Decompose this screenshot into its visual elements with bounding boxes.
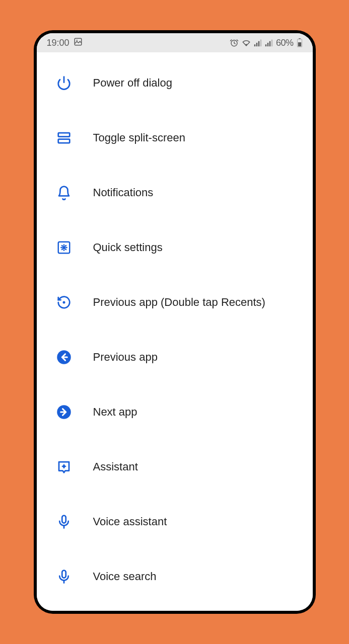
menu-label: Voice search bbox=[93, 570, 157, 583]
menu-item-previous-app-double[interactable]: Previous app (Double tap Recents) bbox=[37, 275, 313, 330]
split-screen-icon bbox=[55, 129, 73, 147]
menu-label: Assistant bbox=[93, 460, 138, 473]
mic-icon bbox=[55, 568, 73, 586]
menu-label: Previous app bbox=[93, 351, 158, 364]
settings-box-icon bbox=[55, 238, 73, 257]
svg-point-20 bbox=[62, 301, 65, 303]
menu-item-next-app[interactable]: Next app bbox=[37, 384, 313, 439]
arrow-right-circle-icon bbox=[55, 403, 73, 421]
status-bar: 19:00 bbox=[37, 33, 313, 52]
status-left: 19:00 bbox=[47, 37, 83, 49]
svg-rect-7 bbox=[260, 40, 261, 47]
menu-label: Toggle split-screen bbox=[93, 131, 185, 144]
menu-list: Power off dialog Toggle split-screen bbox=[37, 52, 313, 604]
menu-label: Next app bbox=[93, 406, 137, 419]
svg-rect-8 bbox=[265, 44, 266, 46]
menu-item-split-screen[interactable]: Toggle split-screen bbox=[37, 110, 313, 165]
mic-icon bbox=[55, 513, 73, 531]
svg-rect-16 bbox=[58, 133, 69, 137]
svg-rect-9 bbox=[267, 43, 268, 46]
restore-icon bbox=[55, 293, 73, 311]
svg-rect-11 bbox=[271, 40, 272, 47]
svg-rect-6 bbox=[258, 41, 259, 46]
svg-point-1 bbox=[76, 39, 77, 40]
menu-item-previous-app[interactable]: Previous app bbox=[37, 330, 313, 384]
power-icon bbox=[55, 74, 73, 92]
menu-item-quick-settings[interactable]: Quick settings bbox=[37, 220, 313, 275]
svg-rect-5 bbox=[256, 43, 257, 46]
content-area: Power off dialog Toggle split-screen bbox=[37, 52, 313, 611]
menu-item-assistant[interactable]: Assistant bbox=[37, 439, 313, 494]
assistant-icon bbox=[55, 458, 73, 476]
menu-label: Power off dialog bbox=[93, 76, 172, 90]
menu-label: Previous app (Double tap Recents) bbox=[93, 296, 265, 309]
menu-label: Voice assistant bbox=[93, 515, 167, 528]
phone-frame: 19:00 bbox=[34, 30, 316, 614]
menu-item-voice-assistant[interactable]: Voice assistant bbox=[37, 494, 313, 549]
svg-rect-25 bbox=[62, 570, 66, 578]
picture-icon bbox=[74, 37, 83, 49]
svg-rect-17 bbox=[58, 139, 69, 143]
phone-screen: 19:00 bbox=[37, 33, 313, 611]
menu-label: Notifications bbox=[93, 186, 154, 199]
menu-item-power-off[interactable]: Power off dialog bbox=[37, 55, 313, 110]
signal-icon-2 bbox=[265, 39, 273, 47]
menu-label: Quick settings bbox=[93, 241, 163, 254]
bell-icon bbox=[55, 184, 73, 202]
wifi-icon bbox=[242, 39, 251, 47]
battery-icon bbox=[297, 38, 303, 47]
battery-percentage: 60% bbox=[276, 38, 294, 48]
svg-point-19 bbox=[62, 246, 65, 249]
svg-rect-23 bbox=[62, 515, 66, 523]
arrow-left-circle-icon bbox=[55, 348, 73, 366]
svg-rect-14 bbox=[298, 42, 301, 46]
menu-item-voice-search[interactable]: Voice search bbox=[37, 549, 313, 604]
svg-rect-4 bbox=[254, 44, 255, 46]
alarm-icon bbox=[230, 38, 239, 47]
menu-item-notifications[interactable]: Notifications bbox=[37, 165, 313, 220]
svg-rect-10 bbox=[269, 41, 270, 46]
status-right: 60% bbox=[230, 38, 303, 48]
status-time: 19:00 bbox=[47, 38, 69, 48]
signal-icon-1 bbox=[254, 39, 262, 47]
svg-point-3 bbox=[245, 44, 247, 45]
